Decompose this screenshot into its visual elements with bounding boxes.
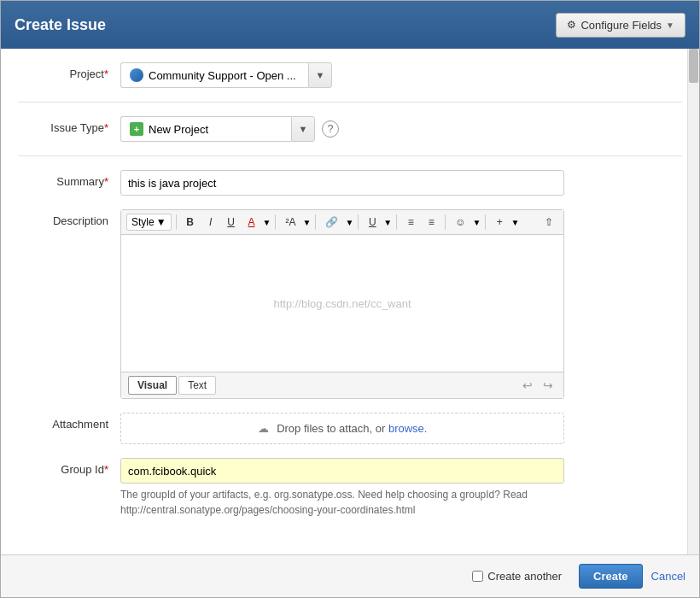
issue-type-row-inner: + New Project ▼ ? — [120, 116, 564, 142]
toolbar-sep-7 — [485, 214, 486, 230]
project-select-main[interactable]: Community Support - Open ... — [120, 62, 308, 88]
browse-link[interactable]: browse. — [388, 422, 428, 435]
project-label: Project* — [18, 62, 120, 80]
configure-fields-label: Configure Fields — [580, 19, 662, 32]
cancel-button[interactable]: Cancel — [651, 570, 685, 583]
create-another-checkbox[interactable] — [472, 571, 483, 582]
underline-button[interactable]: U — [222, 214, 241, 231]
size-dropdown-arrow[interactable]: ▼ — [302, 218, 311, 227]
upload-icon: ☁ — [258, 422, 269, 435]
editor-bottom: Visual Text ↩ ↪ — [121, 372, 563, 398]
text-color-button[interactable]: A — [242, 214, 261, 231]
emoticon-button[interactable]: ☺ — [450, 214, 470, 231]
issue-type-icon: + — [130, 122, 143, 136]
toolbar-sep-3 — [315, 214, 316, 230]
attachment-text: Drop files to attach, or — [277, 422, 385, 435]
issue-type-dropdown-arrow[interactable]: ▼ — [291, 116, 315, 142]
bullet-list-button[interactable]: ≡ — [401, 214, 420, 231]
issue-type-main[interactable]: + New Project — [120, 116, 291, 142]
issue-type-select: + New Project ▼ — [120, 116, 315, 142]
tab-text[interactable]: Text — [178, 376, 216, 395]
editor-toolbar: Style ▼ B I U A ▼ ²A ▼ 🔗 — [121, 210, 563, 235]
gear-icon: ⚙ — [567, 19, 576, 31]
toolbar-sep-5 — [396, 214, 397, 230]
editor-area[interactable]: http://blog.csdn.net/cc_want — [121, 235, 563, 372]
style-label: Style — [131, 216, 155, 228]
emoticon-dropdown-arrow[interactable]: ▼ — [472, 218, 481, 227]
help-icon[interactable]: ? — [322, 120, 339, 138]
dialog-footer: Create another Create Cancel — [1, 554, 699, 597]
create-another-container: Create another — [472, 570, 562, 583]
summary-control — [120, 170, 564, 196]
issue-type-label: Issue Type* — [18, 116, 120, 134]
project-icon — [130, 68, 143, 82]
insert-button[interactable]: + — [490, 214, 509, 231]
attachment-row: Attachment ☁ Drop files to attach, or br… — [18, 413, 682, 444]
toolbar-sep-1 — [176, 214, 177, 230]
color-dropdown-arrow[interactable]: ▼ — [263, 218, 271, 227]
editor-watermark: http://blog.csdn.net/cc_want — [273, 297, 411, 310]
create-another-label[interactable]: Create another — [487, 570, 562, 583]
description-control: Style ▼ B I U A ▼ ²A ▼ 🔗 — [120, 209, 564, 399]
link-dropdown-arrow[interactable]: ▼ — [345, 218, 353, 227]
attachment-control: ☁ Drop files to attach, or browse. — [120, 413, 564, 444]
attachment-dropzone[interactable]: ☁ Drop files to attach, or browse. — [120, 413, 564, 444]
bold-button[interactable]: B — [181, 214, 200, 231]
project-row: Project* Community Support - Open ... ▼ — [18, 62, 682, 88]
group-id-input[interactable] — [120, 458, 564, 484]
issue-type-control: + New Project ▼ ? — [120, 116, 564, 142]
dialog-body: Project* Community Support - Open ... ▼ … — [1, 49, 699, 554]
summary-input[interactable] — [120, 170, 564, 196]
tab-visual[interactable]: Visual — [128, 376, 177, 395]
required-star-3: * — [104, 175, 108, 188]
toolbar-sep-2 — [275, 214, 276, 230]
link-button[interactable]: 🔗 — [320, 214, 343, 231]
underline-more-button[interactable]: U — [363, 214, 382, 231]
text-size-button[interactable]: ²A — [280, 214, 300, 231]
scrollbar-thumb[interactable] — [689, 49, 698, 83]
toolbar-sep-4 — [358, 214, 359, 230]
chevron-down-icon: ▼ — [666, 21, 674, 30]
collapse-toolbar-button[interactable]: ⇧ — [540, 214, 558, 231]
issue-type-value: New Project — [149, 123, 208, 136]
group-id-control: The groupId of your artifacts, e.g. org.… — [120, 458, 564, 518]
summary-row: Summary* — [18, 155, 682, 196]
issue-type-row: Issue Type* + New Project ▼ ? — [18, 102, 682, 142]
project-control: Community Support - Open ... ▼ — [120, 62, 564, 88]
group-id-label: Group Id* — [18, 458, 120, 476]
create-button[interactable]: Create — [579, 564, 642, 589]
project-value: Community Support - Open ... — [149, 69, 296, 82]
editor-undo-redo: ↩ ↪ — [519, 377, 557, 394]
editor-tabs: Visual Text — [128, 376, 216, 395]
insert-dropdown-arrow[interactable]: ▼ — [510, 218, 519, 227]
dialog-header: Create Issue ⚙ Configure Fields ▼ — [1, 1, 699, 49]
project-dropdown-arrow[interactable]: ▼ — [308, 62, 332, 88]
description-label: Description — [18, 209, 120, 227]
style-arrow: ▼ — [156, 216, 166, 228]
number-list-button[interactable]: ≡ — [422, 214, 440, 231]
dialog-title: Create Issue — [15, 16, 106, 34]
redo-button[interactable]: ↪ — [540, 377, 557, 394]
required-star: * — [104, 67, 108, 80]
description-row: Description Style ▼ B I U A — [18, 209, 682, 399]
editor-container: Style ▼ B I U A ▼ ²A ▼ 🔗 — [120, 209, 564, 399]
scrollbar-track[interactable] — [687, 49, 699, 554]
project-select: Community Support - Open ... ▼ — [120, 62, 564, 88]
required-star-2: * — [104, 121, 108, 134]
group-id-row: Group Id* The groupId of your artifacts,… — [18, 458, 682, 518]
style-dropdown[interactable]: Style ▼ — [126, 214, 172, 231]
attachment-label: Attachment — [18, 413, 120, 431]
group-id-hint: The groupId of your artifacts, e.g. org.… — [120, 487, 564, 518]
configure-fields-button[interactable]: ⚙ Configure Fields ▼ — [556, 13, 685, 38]
italic-button[interactable]: I — [201, 214, 220, 231]
create-issue-dialog: Create Issue ⚙ Configure Fields ▼ Projec… — [0, 0, 700, 598]
summary-label: Summary* — [18, 170, 120, 188]
format-dropdown-arrow[interactable]: ▼ — [383, 218, 392, 227]
toolbar-sep-6 — [445, 214, 446, 230]
undo-button[interactable]: ↩ — [519, 377, 536, 394]
required-star-4: * — [104, 463, 108, 476]
